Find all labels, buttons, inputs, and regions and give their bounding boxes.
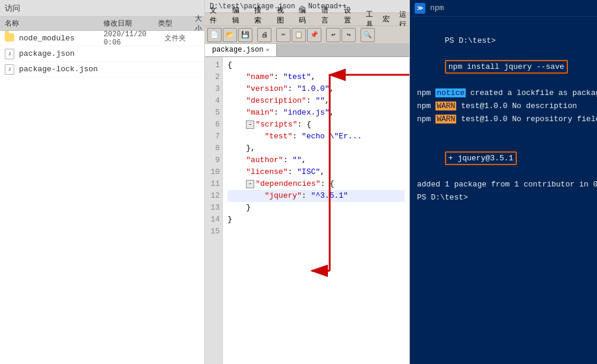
col-type: 类型 [156, 17, 192, 30]
notice-text: created a lockfile as package-lock.json.… [466, 87, 597, 99]
npp-toolbar: 📄 📂 💾 🖨 ✂ 📋 📌 ↩ ↪ 🔍 [205, 26, 409, 44]
ps-prompt-2: PS D:\test> [417, 193, 468, 202]
file-explorer: 访问 名称 修改日期 类型 大小 node_modules 2020/11/20… [0, 0, 205, 364]
code-line-11: -"dependencies": { [228, 178, 405, 190]
explorer-columns: 名称 修改日期 类型 大小 [0, 17, 204, 31]
toolbar-print[interactable]: 🖨 [257, 28, 271, 42]
code-line-10: "license": "ISC", [228, 166, 405, 178]
jquery-version-box: + jquery@3.5.1 [445, 151, 517, 165]
json-icon-package: J [5, 49, 15, 59]
col-date: 修改日期 [101, 17, 156, 30]
added-text: added 1 package from 1 contributor in 0.… [417, 180, 597, 189]
tab-package-json[interactable]: package.json ✕ [205, 44, 277, 56]
code-line-4: "description": "", [228, 95, 405, 107]
notice-word: notice [435, 88, 466, 97]
npm-prefix-2: npm [417, 102, 435, 110]
npp-menubar: 文件(F) 编辑(E) 搜索(S) 视图(V) 编码(N) 语言(L) 设置(T… [205, 13, 409, 26]
warn-word-1: WARN [435, 102, 456, 110]
file-name-node-modules: node_modules [19, 34, 99, 43]
npp-tabs: package.json ✕ [205, 44, 409, 57]
terminal-line-4: npm WARN test@1.0.0 No repository field. [417, 113, 597, 126]
ps-prompt-1: PS D:\test> [445, 36, 496, 45]
terminal-line-5 [417, 126, 597, 139]
col-name: 名称 [0, 17, 101, 30]
menu-macro[interactable]: 宏 [378, 13, 394, 26]
code-line-12: "jquery": "^3.5.1" [228, 190, 405, 202]
file-item-package-json[interactable]: J package.json [0, 46, 204, 62]
file-item-package-lock-json[interactable]: J package-lock.json [0, 62, 204, 77]
toolbar-paste[interactable]: 📌 [307, 28, 321, 42]
terminal-line-8: PS D:\test> [417, 191, 597, 204]
terminal-icon-glyph: ≫ [417, 5, 423, 12]
terminal-titlebar: ≫ npm [410, 0, 597, 17]
file-date-node-modules: 2020/11/20 0:06 [99, 30, 165, 47]
toolbar-copy[interactable]: 📋 [292, 28, 306, 42]
folder-icon [5, 33, 15, 44]
terminal-line-6: + jquery@3.5.1 [417, 139, 597, 178]
toolbar-open[interactable]: 📂 [223, 28, 237, 42]
explorer-header: 访问 [0, 0, 204, 17]
tab-close-icon[interactable]: ✕ [266, 46, 269, 53]
code-content[interactable]: { "name": "test", "version": "1.0.0", "d… [223, 57, 409, 364]
terminal-area: ≫ npm PS D:\test> npm install jquery --s… [410, 0, 597, 364]
code-line-3: "version": "1.0.0", [228, 83, 405, 95]
code-line-9: "author": "", [228, 154, 405, 166]
terminal-line-1: PS D:\test> npm install jquery --save [417, 21, 597, 87]
code-line-8: }, [228, 143, 405, 154]
warn-text-1: test@1.0.0 No description [456, 102, 577, 110]
code-line-2: "name": "test", [228, 71, 405, 83]
toolbar-zoom-in[interactable]: 🔍 [361, 28, 375, 42]
file-type-node-modules: 文件夹 [165, 33, 200, 43]
code-line-15 [228, 226, 405, 238]
npm-prefix-3: npm [417, 115, 435, 124]
tab-label: package.json [212, 46, 263, 54]
toolbar-undo[interactable]: ↩ [326, 28, 340, 42]
toolbar-new[interactable]: 📄 [207, 28, 222, 42]
code-line-1: { [228, 59, 405, 71]
file-list: node_modules 2020/11/20 0:06 文件夹 J packa… [0, 31, 204, 364]
file-item-node-modules[interactable]: node_modules 2020/11/20 0:06 文件夹 [0, 31, 204, 46]
terminal-line-3: npm WARN test@1.0.0 No description [417, 100, 597, 113]
command-highlight-box: npm install jquery --save [445, 60, 568, 74]
terminal-line-7: added 1 package from 1 contributor in 0.… [417, 178, 597, 191]
warn-text-2: test@1.0.0 No repository field. [456, 115, 597, 124]
code-line-7: "test": "echo \"Er... [228, 131, 405, 143]
code-editor: 12345 678910 1112131415 { "name": "test"… [205, 57, 409, 364]
explorer-header-text: 访问 [5, 3, 20, 14]
terminal-title: npm [430, 4, 444, 12]
toolbar-redo[interactable]: ↪ [342, 28, 356, 42]
file-name-package-json: package.json [19, 49, 99, 58]
code-line-5: "main": "index.js", [228, 107, 405, 119]
code-line-6: -"scripts": { [228, 119, 405, 131]
fold-dependencies[interactable]: - [246, 180, 254, 188]
warn-word-2: WARN [435, 115, 456, 124]
terminal-footer: https://blog.csdn.net/u010476739 [410, 348, 597, 364]
editor-area: D:\test\package.json - Notepad++ 文件(F) 编… [205, 0, 410, 364]
terminal-icon: ≫ [415, 3, 425, 14]
code-line-13: } [228, 202, 405, 214]
terminal-line-2: npm notice created a lockfile as package… [417, 87, 597, 100]
code-line-14: } [228, 214, 405, 226]
fold-scripts[interactable]: - [246, 121, 254, 129]
json-icon-package-lock: J [5, 64, 15, 75]
terminal-content[interactable]: PS D:\test> npm install jquery --save np… [410, 17, 597, 348]
npm-prefix-1: npm [417, 88, 435, 97]
file-name-package-lock-json: package-lock.json [19, 65, 99, 74]
toolbar-cut[interactable]: ✂ [276, 28, 290, 42]
line-numbers: 12345 678910 1112131415 [205, 57, 223, 364]
toolbar-save[interactable]: 💾 [238, 28, 252, 42]
spacer-1 [445, 49, 450, 58]
